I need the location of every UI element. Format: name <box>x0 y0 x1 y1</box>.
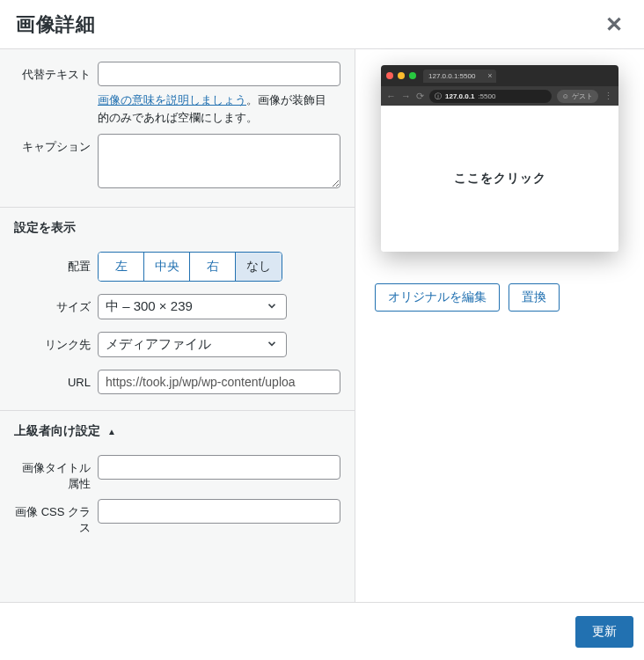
modal-footer: 更新 <box>0 602 644 660</box>
align-none-button[interactable]: なし <box>236 253 282 281</box>
css-class-label: 画像 CSS クラス <box>14 499 98 536</box>
preview-panel: 127.0.0.1:5500 × ← → ⟳ ⓘ 127.0.0.1:5500 … <box>355 49 644 602</box>
title-attr-input[interactable] <box>98 455 340 480</box>
link-label: リンク先 <box>14 337 98 353</box>
tab-address: 127.0.0.1:5500 <box>428 72 475 80</box>
info-icon: ⓘ <box>435 92 442 101</box>
align-center-button[interactable]: 中央 <box>144 253 190 281</box>
modal-body: 代替テキスト 画像の意味を説明しましょう。画像が装飾目的のみであれば空欄にします… <box>0 49 644 602</box>
title-attr-label: 画像タイトル属性 <box>14 455 98 492</box>
link-select[interactable] <box>98 332 287 357</box>
css-class-input[interactable] <box>98 499 340 524</box>
title-attr-row: 画像タイトル属性 <box>14 455 340 492</box>
align-left-button[interactable]: 左 <box>99 253 144 281</box>
menu-icon: ⋮ <box>604 91 613 102</box>
traffic-lights-icon <box>386 72 416 79</box>
alt-help-text: 画像の意味を説明しましょう。画像が装飾目的のみであれば空欄にします。 <box>98 92 340 127</box>
preview-browser-tab: 127.0.0.1:5500 × <box>423 70 496 83</box>
forward-icon: → <box>401 91 411 101</box>
guest-badge: ☺ ゲスト <box>557 90 598 103</box>
align-right-button[interactable]: 右 <box>190 253 236 281</box>
url-label: URL <box>14 376 98 389</box>
url-row: URL <box>14 370 340 394</box>
advanced-section-label: 上級者向け設定 <box>14 423 100 437</box>
preview-actions: オリジナルを編集 置換 <box>371 283 628 312</box>
display-section: 設定を表示 配置 左 中央 右 なし サイズ <box>0 207 355 394</box>
settings-panel: 代替テキスト 画像の意味を説明しましょう。画像が装飾目的のみであれば空欄にします… <box>0 49 355 602</box>
tab-close-icon: × <box>487 71 492 80</box>
preview-browser-addressbar: ← → ⟳ ⓘ 127.0.0.1:5500 ☺ ゲスト ⋮ <box>381 86 618 106</box>
modal-title: 画像詳細 <box>16 11 95 38</box>
addr-port: :5500 <box>478 92 495 100</box>
preview-content-text: ここをクリック <box>454 171 546 187</box>
alt-text-input[interactable] <box>98 62 340 86</box>
advanced-section: 上級者向け設定 ▲ 画像タイトル属性 画像 CSS クラス <box>0 410 355 536</box>
preview-browser-content: ここをクリック <box>381 106 618 252</box>
size-row: サイズ <box>14 294 340 319</box>
preview-browser-tabbar: 127.0.0.1:5500 × <box>381 65 618 86</box>
alt-help-link[interactable]: 画像の意味を説明しましょう <box>98 93 246 106</box>
close-icon[interactable]: ✕ <box>600 9 628 40</box>
advanced-toggle[interactable]: 上級者向け設定 ▲ <box>14 411 340 455</box>
triangle-up-icon: ▲ <box>107 427 116 436</box>
alt-text-label: 代替テキスト <box>14 62 98 83</box>
caption-row: キャプション <box>14 134 340 191</box>
size-label: サイズ <box>14 299 98 315</box>
guest-label: ゲスト <box>572 92 593 101</box>
align-label: 配置 <box>14 259 98 275</box>
caption-label: キャプション <box>14 134 98 155</box>
addr-host: 127.0.0.1 <box>445 92 474 100</box>
modal-header: 画像詳細 ✕ <box>0 0 644 49</box>
alt-text-row: 代替テキスト 画像の意味を説明しましょう。画像が装飾目的のみであれば空欄にします… <box>14 62 340 127</box>
back-icon: ← <box>386 91 396 101</box>
user-icon: ☺ <box>562 92 569 100</box>
address-pill: ⓘ 127.0.0.1:5500 <box>429 90 552 103</box>
image-preview: 127.0.0.1:5500 × ← → ⟳ ⓘ 127.0.0.1:5500 … <box>381 65 618 252</box>
update-button[interactable]: 更新 <box>575 616 633 648</box>
display-section-header: 設定を表示 <box>14 208 340 252</box>
url-input[interactable] <box>98 370 340 394</box>
css-class-row: 画像 CSS クラス <box>14 499 340 536</box>
replace-button[interactable]: 置換 <box>509 283 560 312</box>
edit-original-button[interactable]: オリジナルを編集 <box>375 283 500 312</box>
link-row: リンク先 <box>14 332 340 357</box>
align-row: 配置 左 中央 右 なし <box>14 252 340 282</box>
align-button-group: 左 中央 右 なし <box>98 252 282 282</box>
reload-icon: ⟳ <box>416 91 424 102</box>
size-select[interactable] <box>98 294 287 319</box>
caption-input[interactable] <box>98 134 340 188</box>
